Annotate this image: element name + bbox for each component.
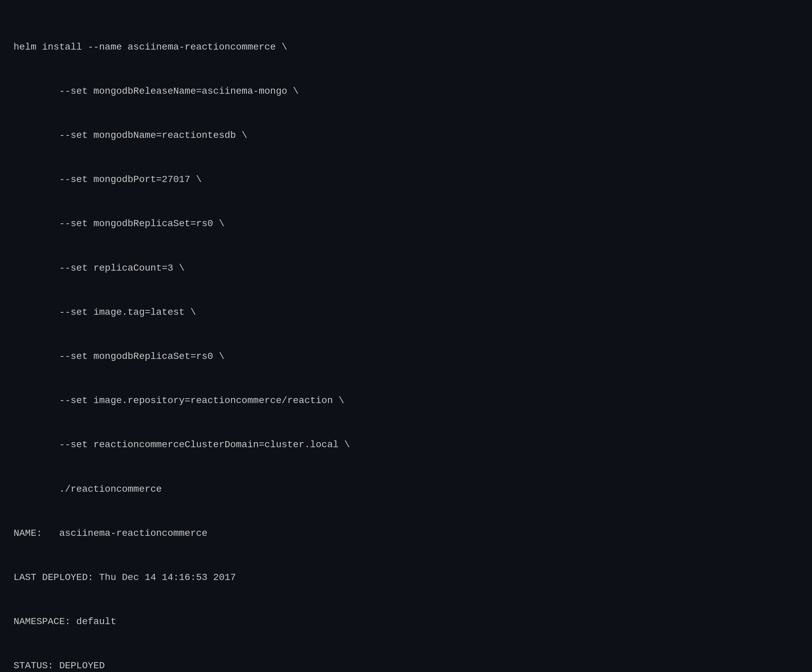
terminal-window: helm install --name asciinema-reactionco… [0, 0, 812, 672]
line-10: --set reactioncommerceClusterDomain=clus… [14, 437, 798, 452]
line-6: --set replicaCount=3 \ [14, 261, 798, 275]
terminal-output: helm install --name asciinema-reactionco… [14, 10, 798, 672]
line-11: ./reactioncommerce [14, 482, 798, 496]
line-9: --set image.repository=reactioncommerce/… [14, 393, 798, 408]
line-14: NAMESPACE: default [14, 614, 798, 629]
line-3: --set mongodbName=reactiontesdb \ [14, 128, 798, 143]
line-15: STATUS: DEPLOYED [14, 658, 798, 672]
line-7: --set image.tag=latest \ [14, 305, 798, 320]
line-5: --set mongodbReplicaSet=rs0 \ [14, 216, 798, 231]
line-2: --set mongodbReleaseName=asciinema-mongo… [14, 84, 798, 99]
line-12: NAME: asciinema-reactioncommerce [14, 526, 798, 540]
line-13: LAST DEPLOYED: Thu Dec 14 14:16:53 2017 [14, 570, 798, 585]
line-1: helm install --name asciinema-reactionco… [14, 40, 798, 54]
line-8: --set mongodbReplicaSet=rs0 \ [14, 349, 798, 364]
line-4: --set mongodbPort=27017 \ [14, 172, 798, 187]
